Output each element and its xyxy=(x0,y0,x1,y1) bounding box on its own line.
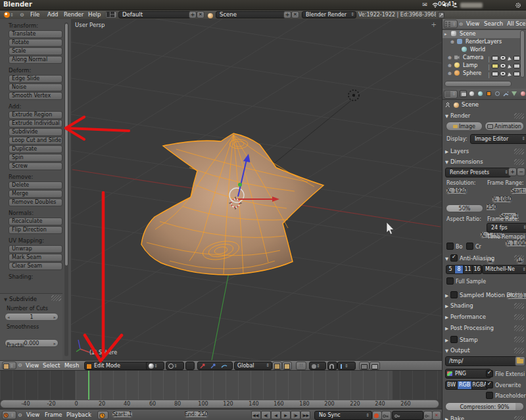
frame-start-field[interactable]: Start: 1 xyxy=(112,411,133,418)
selectability-cursor-icon[interactable] xyxy=(508,57,512,61)
renderability-camera-icon[interactable] xyxy=(514,64,520,68)
occlude-geometry-dropdown[interactable]: ⇕ xyxy=(309,362,326,370)
tool-button-rotate[interactable]: Rotate xyxy=(9,39,62,47)
outliner-item-sphere[interactable]: ⊕ Sphere | xyxy=(442,70,523,78)
render-image-button[interactable]: Image xyxy=(446,122,483,131)
render-presets-dropdown[interactable]: Render Presets⇕ xyxy=(445,168,511,177)
scene-selector[interactable]: Scene xyxy=(216,11,286,18)
selectability-cursor-icon[interactable] xyxy=(508,72,512,77)
properties-tab-material[interactable] xyxy=(519,90,526,97)
tool-button-scale[interactable]: Scale xyxy=(9,47,62,55)
expander-icon[interactable]: ⊕ xyxy=(448,54,452,62)
tool-button-extrude-region[interactable]: Extrude Region xyxy=(9,111,62,119)
add-layout-button[interactable]: + xyxy=(189,11,197,18)
outliner-item-lamp[interactable]: ⊕ Lamp | xyxy=(442,62,523,70)
outliner-menu-search[interactable]: Search xyxy=(484,20,503,27)
overwrite-checkbox[interactable]: Overwrite xyxy=(486,381,521,388)
add-preset-button[interactable]: + xyxy=(508,168,517,176)
render-opengl-anim-icon[interactable] xyxy=(370,362,380,370)
properties-tab-data[interactable] xyxy=(511,90,518,97)
delete-keyframe-icon[interactable]: ✕ xyxy=(432,411,441,420)
screen-layout-icon[interactable] xyxy=(105,11,117,18)
antialiasing-checkbox[interactable] xyxy=(450,254,458,262)
display-dropdown[interactable]: Image Editor⇕ xyxy=(470,134,526,144)
sphere-row-toggles[interactable]: | xyxy=(487,71,520,76)
tool-button-extrude-individual[interactable]: Extrude Individual xyxy=(9,120,62,128)
orientation-dropdown[interactable]: Global⇕ xyxy=(234,362,272,370)
snap-element-dropdown[interactable]: ⇕ xyxy=(337,362,356,370)
resolution-percentage-slider[interactable]: 50% xyxy=(446,204,483,212)
properties-tab-modifiers[interactable] xyxy=(502,90,510,97)
play-button[interactable]: ▶ xyxy=(281,411,291,419)
viewport-3d[interactable]: User Persp (1) Sphere + x xyxy=(71,19,442,360)
crop-checkbox[interactable]: Cr xyxy=(466,243,481,250)
border-checkbox[interactable]: Bo xyxy=(446,243,462,250)
color-mode-bw[interactable]: BW xyxy=(445,381,458,390)
panel-header-antialiasing[interactable]: ▼Anti-Aliasing xyxy=(445,254,494,262)
timeline-current-frame-line[interactable] xyxy=(88,371,89,400)
render-animation-button[interactable]: Animation xyxy=(485,122,524,131)
screen-layout-selector[interactable]: Default xyxy=(118,11,191,18)
proportional-edit-icon[interactable] xyxy=(272,362,282,370)
render-opengl-icon[interactable] xyxy=(359,362,370,370)
editor-type-button[interactable]: ⇕ xyxy=(2,362,16,369)
panel-header-output[interactable]: ▼Output xyxy=(445,347,470,354)
tool-button-merge[interactable]: Merge xyxy=(9,190,62,198)
operator-panel-title[interactable]: ▼Subdivide xyxy=(4,296,37,302)
lamp-row-toggles[interactable]: | xyxy=(487,63,520,68)
editor-type-button[interactable]: ⇕ xyxy=(444,90,458,99)
properties-tab-world[interactable] xyxy=(477,90,484,97)
tool-button-along-normal[interactable]: Along Normal xyxy=(9,56,62,64)
file-extensions-checkbox[interactable]: File Extensi xyxy=(486,370,525,377)
viewport-menu-select[interactable]: Select xyxy=(43,362,60,369)
tool-button-spin[interactable]: Spin xyxy=(9,154,62,162)
outliner-item-renderlayers[interactable]: ⊕ RenderLayers xyxy=(442,38,523,46)
number-of-cuts-field[interactable]: 1 xyxy=(5,313,59,321)
resolution-x-field[interactable]: X: 1920 xyxy=(446,187,467,195)
resolution-y-field[interactable]: Y: 1080 xyxy=(492,196,512,203)
menu-file[interactable]: File xyxy=(30,11,39,18)
jump-to-end-button[interactable]: |▶▶ xyxy=(300,411,310,419)
panel-header-layers[interactable]: ▶Layers xyxy=(445,148,469,154)
tool-button-noise[interactable]: Noise xyxy=(9,83,62,91)
compression-slider[interactable]: Compression: 90% xyxy=(445,402,524,411)
stamp-checkbox[interactable] xyxy=(450,336,458,343)
visibility-eye-icon[interactable] xyxy=(500,63,506,68)
color-mode-segmented[interactable]: BW RGB RGBA xyxy=(445,381,488,390)
mail-icon[interactable]: ✉ xyxy=(421,1,429,9)
editor-type-button[interactable]: ⇕ xyxy=(444,20,458,28)
properties-region-toggle-icon[interactable]: + xyxy=(431,21,437,28)
properties-tab-object[interactable] xyxy=(485,90,492,97)
tool-button-clear-seam[interactable]: Clear Seam xyxy=(9,262,62,270)
outliner-hscrollbar[interactable] xyxy=(444,81,512,87)
panel-header-dimensions[interactable]: ▼Dimensions xyxy=(445,158,483,165)
blender-logo-dropdown[interactable]: ⇕ xyxy=(4,11,14,18)
tool-button-translate[interactable]: Translate xyxy=(9,30,62,38)
prev-keyframe-button[interactable]: ◀| xyxy=(261,411,271,419)
add-scene-button[interactable]: + xyxy=(283,11,291,18)
viewport-shading-dropdown[interactable]: ⇕ xyxy=(146,362,164,370)
use-preview-range-icon[interactable] xyxy=(97,411,108,419)
tool-button-remove-doubles[interactable]: Remove Doubles xyxy=(9,198,62,206)
tool-button-unwrap[interactable]: Unwrap xyxy=(9,245,62,253)
aa-filter-dropdown[interactable]: Mitchell-Ne⇕ xyxy=(482,265,526,274)
panel-header-render[interactable]: ▼Render xyxy=(445,112,470,119)
visibility-eye-icon[interactable] xyxy=(500,55,506,60)
motion-blur-checkbox[interactable] xyxy=(450,291,458,298)
expander-icon[interactable]: ▸ xyxy=(444,30,449,38)
pivot-point-dropdown[interactable]: ⇕ xyxy=(166,362,184,370)
user-icon[interactable] xyxy=(451,1,459,9)
timeline-menu-frame[interactable]: Frame xyxy=(45,411,62,418)
proportional-connected-icon[interactable] xyxy=(282,362,292,370)
tool-button-smooth-vertex[interactable]: Smooth Vertex xyxy=(9,92,62,100)
outliner-item-camera[interactable]: ⊕ Camera | xyxy=(442,54,523,62)
snap-dots-icon[interactable]: ∷ xyxy=(296,362,306,370)
next-keyframe-button[interactable]: |▶ xyxy=(291,411,300,419)
timeline-scrollbar-ruler[interactable]: -40 -20 0 20 40 60 80 100 120 140 160 18… xyxy=(0,400,439,408)
keying-icon[interactable] xyxy=(381,411,391,420)
full-sample-checkbox[interactable]: Full Sample xyxy=(446,277,486,285)
pivot-align-toggle[interactable] xyxy=(185,362,195,370)
viewport-menu-view[interactable]: View xyxy=(26,362,39,369)
properties-tab-scene[interactable] xyxy=(468,90,475,97)
expander-icon[interactable]: ⊕ xyxy=(450,38,455,46)
